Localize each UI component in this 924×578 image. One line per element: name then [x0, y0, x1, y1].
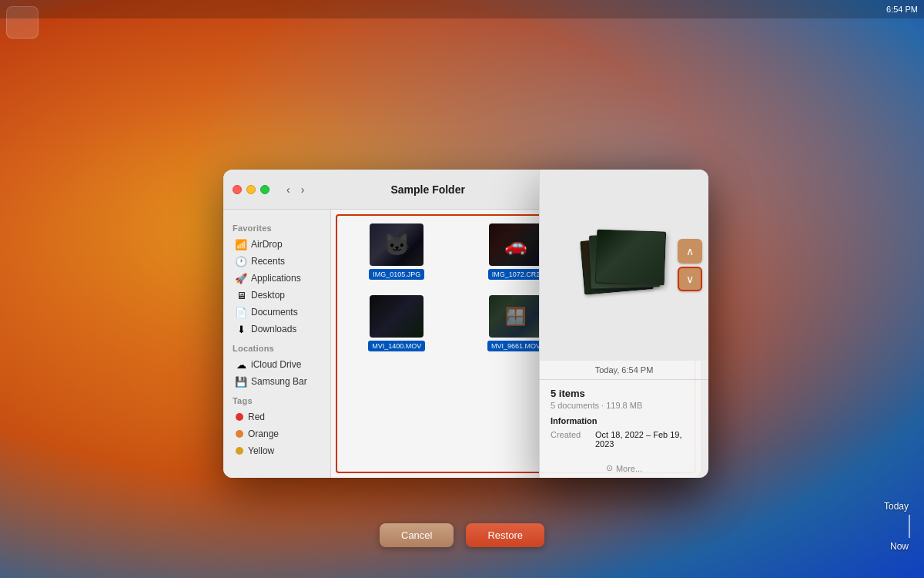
sidebar-downloads-label: Downloads: [251, 324, 296, 334]
sidebar-item-tag-orange[interactable]: Orange: [226, 425, 327, 442]
created-key: Created: [551, 430, 589, 449]
timeline-line: [909, 515, 910, 538]
file-item-mvi1400[interactable]: MVI_1400.MOV: [340, 291, 454, 356]
sidebar-tag-orange-label: Orange: [248, 428, 279, 439]
up-arrow-icon: ∧: [686, 245, 694, 257]
forward-button[interactable]: ›: [296, 180, 310, 199]
file-thumbnail-mvi9661: [489, 295, 543, 338]
file-name-img1072: IMG_1072.CR2: [488, 269, 544, 280]
cancel-button[interactable]: Cancel: [380, 523, 454, 547]
sidebar-item-downloads[interactable]: ⬇ Downloads: [226, 321, 327, 338]
info-panel: ∧ ∨ Today, 6:54 PM 5 items 5 documents ·…: [539, 170, 708, 478]
downloads-icon: ⬇: [236, 324, 246, 334]
nav-arrows: ∧ ∨: [678, 239, 702, 291]
airdrop-icon: 📶: [236, 239, 246, 250]
today-label: Today: [884, 501, 924, 512]
traffic-lights: [233, 185, 270, 194]
restore-button[interactable]: Restore: [466, 523, 544, 547]
sidebar-desktop-label: Desktop: [251, 290, 285, 301]
sidebar-airdrop-label: AirDrop: [251, 239, 283, 250]
sidebar-item-documents[interactable]: 📄 Documents: [226, 304, 327, 321]
file-thumbnail-img0105: [370, 223, 424, 266]
bottom-bar: Cancel Restore: [380, 523, 544, 547]
applications-icon: 🚀: [236, 273, 246, 284]
prev-arrow-button[interactable]: ∧: [678, 239, 702, 264]
sidebar-tags-header: Tags: [223, 390, 330, 408]
documents-info: 5 documents · 119.8 MB: [551, 401, 698, 410]
created-value: Oct 18, 2022 – Feb 19, 2023: [595, 430, 698, 449]
menubar-right: 6:54 PM: [886, 5, 918, 14]
close-button[interactable]: [233, 185, 242, 194]
sidebar: Favorites 📶 AirDrop 🕐 Recents 🚀 Applicat…: [223, 210, 331, 478]
sidebar-tag-red-label: Red: [248, 412, 265, 422]
file-name-mvi9661: MVI_9661.MOV: [487, 341, 544, 351]
more-button[interactable]: ⊙ More...: [540, 459, 708, 478]
recents-icon: 🕐: [236, 256, 246, 267]
photo-layer-front: [594, 229, 665, 285]
file-thumbnail-mvi1400: [370, 295, 424, 338]
menubar-time: 6:54 PM: [886, 5, 918, 14]
more-icon: ⊙: [606, 463, 613, 473]
timestamp: Today, 6:54 PM: [540, 361, 708, 379]
sidebar-item-tag-yellow[interactable]: Yellow: [226, 442, 327, 459]
desktop-icon-sidebar: 🖥: [236, 290, 246, 301]
sidebar-item-tag-red[interactable]: Red: [226, 408, 327, 425]
sidebar-locations-header: Locations: [223, 338, 330, 356]
sidebar-tag-yellow-label: Yellow: [248, 445, 274, 456]
sidebar-item-samsung[interactable]: 💾 Samsung Bar: [226, 373, 327, 390]
sidebar-item-recents[interactable]: 🕐 Recents: [226, 253, 327, 270]
file-item-img0105[interactable]: IMG_0105.JPG: [340, 219, 454, 284]
sidebar-icloud-label: iCloud Drive: [251, 359, 301, 370]
sidebar-item-desktop[interactable]: 🖥 Desktop: [226, 287, 327, 304]
icloud-icon: ☁: [236, 359, 246, 370]
minimize-button[interactable]: [246, 185, 256, 194]
information-label: Information: [551, 416, 698, 425]
preview-area: ∧ ∨: [540, 170, 708, 361]
now-label: Now: [890, 541, 924, 552]
sidebar-item-icloud[interactable]: ☁ iCloud Drive: [226, 356, 327, 373]
info-section: 5 items 5 documents · 119.8 MB Informati…: [540, 379, 708, 459]
tag-orange-dot: [236, 430, 243, 438]
next-arrow-button[interactable]: ∨: [678, 267, 702, 291]
back-button[interactable]: ‹: [282, 180, 295, 199]
sidebar-item-applications[interactable]: 🚀 Applications: [226, 270, 327, 287]
window-title: Sample Folder: [315, 183, 541, 196]
sidebar-samsung-label: Samsung Bar: [251, 376, 307, 387]
sidebar-applications-label: Applications: [251, 273, 301, 284]
photo-stack: [582, 230, 667, 300]
navigation-buttons: ‹ ›: [282, 180, 309, 199]
documents-icon: 📄: [236, 307, 246, 318]
tag-red-dot: [236, 413, 243, 421]
down-arrow-icon: ∨: [686, 273, 694, 285]
menubar: 6:54 PM: [0, 0, 924, 18]
file-thumbnail-img1072: [489, 223, 543, 266]
sidebar-documents-label: Documents: [251, 307, 298, 318]
items-count: 5 items: [551, 388, 698, 399]
sidebar-recents-label: Recents: [251, 256, 285, 267]
sidebar-favorites-header: Favorites: [223, 217, 330, 236]
timeline-panel: Today Now: [862, 0, 924, 578]
sidebar-item-airdrop[interactable]: 📶 AirDrop: [226, 236, 327, 253]
tag-yellow-dot: [236, 447, 243, 455]
more-label: More...: [616, 464, 642, 473]
created-row: Created Oct 18, 2022 – Feb 19, 2023: [551, 430, 698, 449]
file-name-img0105: IMG_0105.JPG: [369, 269, 424, 280]
samsung-icon: 💾: [236, 376, 246, 387]
file-name-mvi1400: MVI_1400.MOV: [368, 341, 425, 351]
maximize-button[interactable]: [260, 185, 270, 194]
